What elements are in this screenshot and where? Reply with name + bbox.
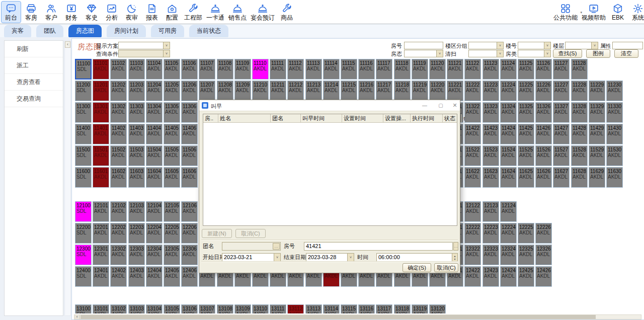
room-cell-11305[interactable]: 11305AKDL <box>164 102 180 123</box>
room-cell-12203[interactable]: 12203AKDL <box>128 223 145 244</box>
room-cell-11322[interactable]: 11322AKDL <box>464 102 481 123</box>
room-cell-11230[interactable]: 11230AKDL <box>606 81 623 101</box>
table-column-header[interactable]: 姓名 <box>218 114 271 122</box>
room-cell-11323[interactable]: 11323AKDL <box>482 102 499 123</box>
room-cell-11110[interactable]: 11110AKDL <box>252 59 269 79</box>
room-cell-11116[interactable]: 11116AKDL <box>358 59 375 79</box>
room-no-input[interactable]: 41421 <box>304 242 453 251</box>
room-cell-11426[interactable]: 11426AKDL <box>535 124 552 144</box>
room-cell-12401[interactable]: 12401AKDL <box>93 266 109 287</box>
room-cell-13101[interactable]: 13101AKDL <box>93 304 109 313</box>
room-cell-12224[interactable]: 12224AKDL <box>500 223 517 244</box>
toolbar-item-财务[interactable]: 财务 <box>61 1 82 23</box>
room-cell-11606[interactable]: 11606AKDL <box>181 167 198 188</box>
room-cell-11529[interactable]: 11529AKDL <box>589 145 605 166</box>
tab-房间计划[interactable]: 房间计划 <box>107 25 146 37</box>
display-plan-select[interactable]: ˅ <box>118 42 170 49</box>
toolbar-item-客史[interactable]: 客史 <box>82 1 102 23</box>
room-cell-13115[interactable]: 13115AKDL <box>341 304 357 313</box>
room-cell-11526[interactable]: 11526AKDL <box>535 145 552 166</box>
room-cell-11216[interactable]: 11216AKDL <box>358 81 375 101</box>
room-cell-11326[interactable]: 11326AKDL <box>535 102 552 123</box>
room-cell-11429[interactable]: 11429AKDL <box>589 124 605 144</box>
table-column-header[interactable]: 状态 <box>443 114 462 122</box>
room-cell-12122[interactable]: 12122AKDL <box>464 201 481 222</box>
search-button[interactable]: 查找(S) <box>553 49 582 58</box>
table-column-header[interactable]: 设置操... <box>383 114 411 122</box>
room-cell-11224[interactable]: 11224AKDL <box>500 81 517 101</box>
room-cell-12201[interactable]: 12201AKDL <box>93 223 109 244</box>
room-cell-13102[interactable]: 13102AKDL <box>110 304 127 313</box>
ellipsis-button[interactable]: … <box>453 242 458 251</box>
room-cell-11329[interactable]: 11329AKDL <box>589 102 605 123</box>
room-cell-13106[interactable]: 13106AKDL <box>181 304 198 313</box>
room-cell-11603[interactable]: 11603AKDL <box>128 167 145 188</box>
toolbar-item-视频帮助[interactable]: 视频帮助 <box>580 1 608 23</box>
room-cell-12303[interactable]: 12303AKDL <box>128 245 145 265</box>
room-cell-12306[interactable]: 12306AKDL <box>181 245 198 265</box>
room-cell-11522[interactable]: 11522AKDL <box>464 145 481 166</box>
room-cell-11102[interactable]: 11102AKDL <box>110 59 127 79</box>
room-cell-13104[interactable]: 13104AKDL <box>146 304 163 313</box>
room-cell-11202[interactable]: 11202AKDL <box>110 81 127 101</box>
room-cell-11327[interactable]: 11327AKDL <box>553 102 570 123</box>
table-column-header[interactable]: 设置时间 <box>342 114 383 122</box>
room-cell-11425[interactable]: 11425AKDL <box>518 124 534 144</box>
room-cell-11125[interactable]: 11125AKDL <box>518 59 534 79</box>
room-cell-11124[interactable]: 11124AKDL <box>500 59 517 79</box>
room-cell-11105[interactable]: 11105AKDL <box>164 59 180 79</box>
room-cell-11107[interactable]: 11107AKDL <box>199 59 215 79</box>
tab-当前状态[interactable]: 当前状态 <box>189 25 228 37</box>
room-cell-12102[interactable]: 12102AKDL <box>110 201 127 222</box>
room-cell-11304[interactable]: 11304AKDL <box>146 102 163 123</box>
room-cell-13112[interactable]: 13112AKDL <box>287 304 304 313</box>
room-cell-12123[interactable]: 12123AKDL <box>482 201 499 222</box>
group-name-input[interactable]: … <box>222 242 281 251</box>
room-cell-11128[interactable]: 11128AKDL <box>571 59 588 79</box>
room-cell-13120[interactable]: 13120AKDL <box>429 304 446 313</box>
floor-select[interactable]: ˅ <box>565 42 598 49</box>
room-cell-11121[interactable]: 11121AKDL <box>447 59 463 79</box>
room-cell-11204[interactable]: 11204AKDL <box>146 81 163 101</box>
room-cell-12406[interactable]: 12406AKDL <box>181 266 198 287</box>
room-cell-11217[interactable]: 11217AKDL <box>376 81 392 101</box>
room-cell-11205[interactable]: 11205AKDL <box>164 81 180 101</box>
room-cell-11106[interactable]: 11106AKDL <box>181 59 198 79</box>
room-cell-11219[interactable]: 11219AKDL <box>412 81 428 101</box>
attribute-input[interactable] <box>612 42 643 49</box>
scrollbar-thumb[interactable] <box>80 315 596 319</box>
room-cell-11624[interactable]: 11624AKDL <box>500 167 517 188</box>
room-cell-11306[interactable]: 11306AKDL <box>181 102 198 123</box>
room-cell-12222[interactable]: 12222AKDL <box>464 223 481 244</box>
room-cell-11301[interactable]: 11301AKDL <box>93 102 109 123</box>
room-cell-11127[interactable]: 11127AKDL <box>553 59 570 79</box>
room-cell-11402[interactable]: 11402AKDL <box>110 124 127 144</box>
table-column-header[interactable]: 执行时间 <box>411 114 443 122</box>
room-cell-12304[interactable]: 12304AKDL <box>146 245 163 265</box>
room-cell-11108[interactable]: 11108AKDL <box>217 59 233 79</box>
room-cell-11406[interactable]: 11406AKDL <box>181 124 198 144</box>
room-cell-11506[interactable]: 11506AKDL <box>181 145 198 166</box>
room-cell-11604[interactable]: 11604AKDL <box>146 167 163 188</box>
table-column-header[interactable]: 命令类型 <box>462 114 465 122</box>
query-condition-select[interactable]: ˅ <box>118 50 170 57</box>
room-cell-11201[interactable]: 11201AKDL <box>93 81 109 101</box>
room-cell-11101[interactable]: 11101AKDL <box>93 59 109 79</box>
room-cell-11427[interactable]: 11427AKDL <box>553 124 570 144</box>
minimize-icon[interactable]: — <box>421 102 429 110</box>
room-cell-12326[interactable]: 12326AKDL <box>535 245 552 265</box>
clear-button[interactable]: 清空 <box>614 49 638 58</box>
toolbar-item-公共功能[interactable]: 公共功能▾ <box>551 1 580 23</box>
room-cell-12323[interactable]: 12323AKDL <box>482 245 499 265</box>
tab-房态图[interactable]: 房态图 <box>68 25 102 37</box>
room-cell-12426[interactable]: 12426AKDL <box>535 266 552 287</box>
room-cell-12204[interactable]: 12204AKDL <box>146 223 163 244</box>
room-cell-11118[interactable]: 11118AKDL <box>394 59 411 79</box>
room-cell-11220[interactable]: 11220AKDL <box>429 81 446 101</box>
collapse-sidebar-button[interactable]: ‹ <box>65 41 70 48</box>
room-cell-11214[interactable]: 11214AKDL <box>323 81 340 101</box>
room-cell-11500[interactable]: 11500SDL <box>75 145 92 166</box>
scroll-left-icon[interactable]: ‹ <box>74 315 80 319</box>
room-cell-11206[interactable]: 11206AKDL <box>181 81 198 101</box>
room-cell-11227[interactable]: 11227AKDL <box>553 81 570 101</box>
